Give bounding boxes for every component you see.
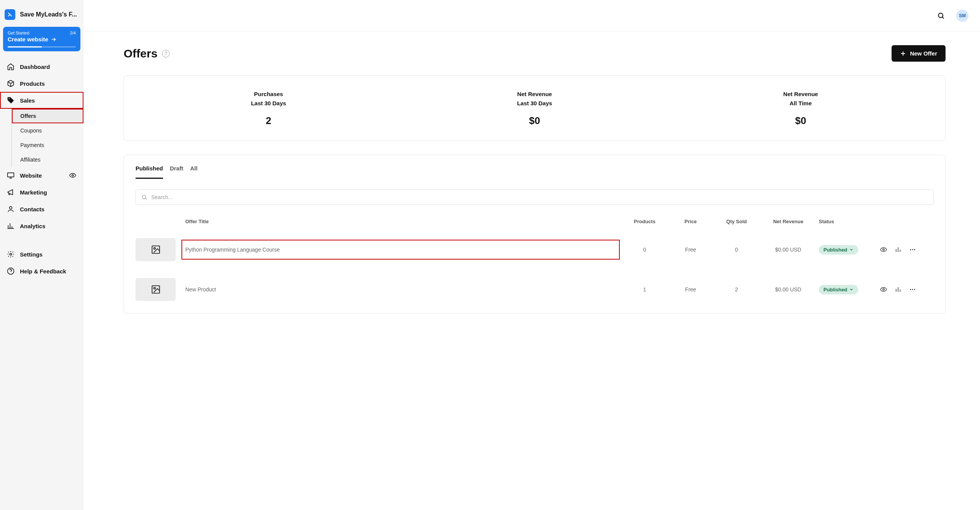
- stat-label: Net Revenue: [668, 90, 934, 99]
- nav-settings-label: Settings: [20, 251, 42, 258]
- col-status: Status: [819, 219, 876, 224]
- stat-label: Purchases: [136, 90, 402, 99]
- status-text: Published: [823, 247, 847, 253]
- more-icon[interactable]: [909, 286, 916, 293]
- logo-row: Save MyLeads's F...: [0, 6, 83, 27]
- new-offer-button[interactable]: New Offer: [892, 45, 946, 62]
- svg-point-18: [912, 289, 913, 290]
- offer-title[interactable]: New Product: [185, 286, 620, 293]
- site-title[interactable]: Save MyLeads's F...: [20, 11, 77, 18]
- svg-point-2: [72, 175, 74, 177]
- topbar: SM: [83, 0, 980, 31]
- col-title: Offer Title: [185, 219, 620, 224]
- nav-dashboard[interactable]: Dashboard: [0, 58, 83, 75]
- chevron-down-icon: [849, 247, 854, 252]
- avatar[interactable]: SM: [956, 10, 969, 22]
- bar-chart-icon: [7, 222, 15, 230]
- status-badge[interactable]: Published: [819, 285, 858, 294]
- nav-dashboard-label: Dashboard: [20, 64, 50, 70]
- offer-products: 1: [624, 286, 666, 293]
- nav-contacts-label: Contacts: [20, 206, 44, 212]
- offer-thumbnail: [136, 238, 176, 261]
- image-icon: [151, 284, 161, 294]
- stats-icon[interactable]: [895, 286, 902, 293]
- tab-published[interactable]: Published: [136, 165, 163, 179]
- svg-point-0: [9, 98, 10, 100]
- stat-label: Net Revenue: [402, 90, 668, 99]
- nav-help[interactable]: Help & Feedback: [0, 263, 83, 280]
- svg-point-15: [154, 288, 155, 289]
- more-icon[interactable]: [909, 246, 916, 253]
- home-icon: [7, 63, 15, 70]
- table-row[interactable]: New Product 1 Free 2 $0.00 USD Published: [136, 270, 934, 309]
- onboarding-progress-bar: [8, 46, 76, 47]
- plus-icon: [900, 51, 906, 57]
- tab-all[interactable]: All: [190, 165, 198, 179]
- stat-value: 2: [136, 115, 402, 127]
- nav-marketing-label: Marketing: [20, 189, 47, 196]
- svg-point-10: [883, 249, 885, 251]
- svg-point-7: [142, 195, 146, 199]
- tab-draft[interactable]: Draft: [170, 165, 183, 179]
- help-circle-icon[interactable]: ?: [162, 50, 170, 57]
- onboarding-card[interactable]: Get Started 2/4 Create website: [3, 27, 80, 51]
- stats-icon[interactable]: [895, 246, 902, 253]
- svg-point-16: [883, 289, 885, 291]
- nav-analytics-label: Analytics: [20, 223, 46, 229]
- status-badge[interactable]: Published: [819, 245, 858, 255]
- offer-qty: 0: [715, 247, 758, 253]
- megaphone-icon: [7, 188, 15, 196]
- eye-icon[interactable]: [69, 172, 77, 179]
- nav-settings[interactable]: Settings: [0, 246, 83, 263]
- nav-sales[interactable]: Sales: [0, 92, 83, 109]
- col-revenue: Net Revenue: [761, 219, 815, 224]
- status-text: Published: [823, 287, 847, 293]
- new-offer-label: New Offer: [910, 50, 937, 57]
- tag-icon: [7, 96, 15, 104]
- nav-website[interactable]: Website: [0, 167, 83, 184]
- onboarding-cta: Create website: [8, 36, 48, 42]
- svg-rect-1: [8, 173, 14, 177]
- subnav-affiliates[interactable]: Affiliates: [12, 152, 83, 167]
- nav-analytics[interactable]: Analytics: [0, 217, 83, 234]
- table-row[interactable]: Python Programming Language Course 0 Fre…: [136, 230, 934, 270]
- nav-contacts[interactable]: Contacts: [0, 201, 83, 217]
- offer-revenue: $0.00 USD: [761, 286, 815, 293]
- tabs: Published Draft All: [136, 165, 934, 179]
- page-header: Offers ? New Offer: [124, 45, 946, 62]
- col-qty: Qty Sold: [715, 219, 758, 224]
- app-logo[interactable]: [5, 9, 15, 20]
- search-icon[interactable]: [937, 12, 945, 20]
- stat-purchases: Purchases Last 30 Days 2: [136, 90, 402, 127]
- nav-website-label: Website: [20, 172, 42, 179]
- nav-help-label: Help & Feedback: [20, 268, 66, 275]
- svg-point-11: [910, 249, 911, 250]
- image-icon: [151, 245, 161, 255]
- stat-net-revenue-all: Net Revenue All Time $0: [668, 90, 934, 127]
- offer-title[interactable]: Python Programming Language Course: [181, 240, 620, 260]
- search-wrap[interactable]: [136, 190, 934, 205]
- preview-icon[interactable]: [880, 246, 887, 253]
- svg-point-17: [910, 289, 911, 290]
- monitor-icon: [7, 172, 15, 179]
- stat-value: $0: [402, 115, 668, 127]
- svg-point-3: [10, 206, 12, 209]
- sales-submenu: Offers Coupons Payments Affiliates: [11, 109, 83, 167]
- nav-marketing[interactable]: Marketing: [0, 184, 83, 201]
- preview-icon[interactable]: [880, 286, 887, 293]
- offer-price: Free: [670, 247, 712, 253]
- subnav-payments[interactable]: Payments: [12, 138, 83, 152]
- nav-products-label: Products: [20, 80, 45, 87]
- search-input[interactable]: [151, 194, 928, 200]
- svg-point-9: [154, 248, 155, 249]
- subnav-coupons[interactable]: Coupons: [12, 123, 83, 138]
- offer-price: Free: [670, 286, 712, 293]
- box-icon: [7, 80, 15, 87]
- col-products: Products: [624, 219, 666, 224]
- nav-products[interactable]: Products: [0, 75, 83, 92]
- arrow-right-icon: [51, 36, 57, 42]
- subnav-offers[interactable]: Offers: [12, 109, 83, 123]
- user-icon: [7, 205, 15, 213]
- help-icon: [7, 267, 15, 275]
- row-actions: [880, 246, 934, 253]
